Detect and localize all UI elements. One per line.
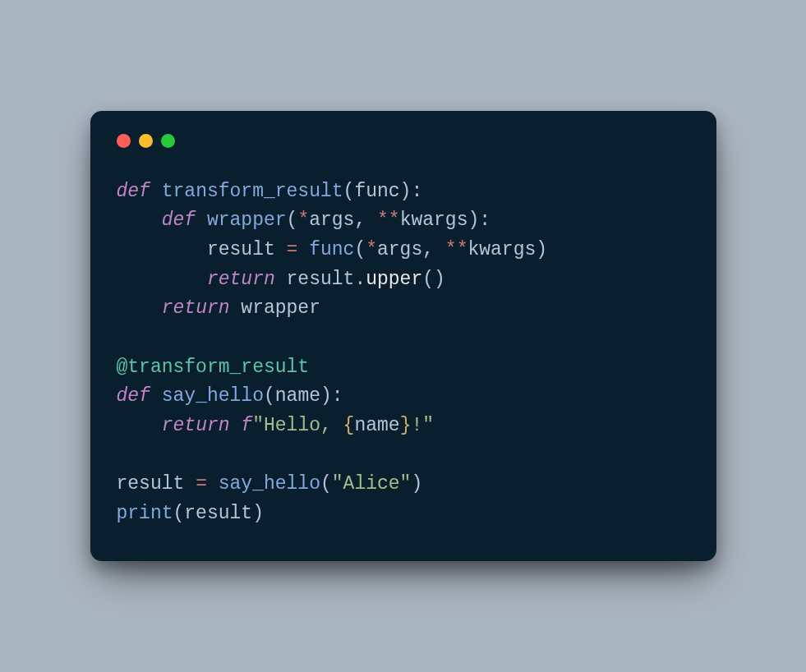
code-token: (result) bbox=[173, 503, 264, 524]
code-token: * bbox=[366, 239, 377, 260]
code-token: func bbox=[309, 239, 354, 260]
code-token: return bbox=[162, 415, 230, 436]
code-token: { bbox=[343, 415, 355, 436]
code-token: ): bbox=[320, 385, 343, 407]
code-token: "Hello, bbox=[252, 415, 343, 436]
code-token: ** bbox=[377, 209, 400, 231]
code-token: , bbox=[354, 209, 377, 231]
code-token: * bbox=[297, 209, 309, 231]
code-token: wrapper bbox=[207, 209, 287, 231]
code-token: , bbox=[422, 239, 445, 260]
code-token: ( bbox=[354, 239, 366, 260]
code-token: ) bbox=[411, 473, 422, 495]
code-token: wrapper bbox=[230, 297, 320, 319]
code-token: !" bbox=[411, 415, 434, 436]
code-token: name bbox=[354, 415, 399, 436]
code-token: args bbox=[309, 209, 354, 231]
maximize-icon[interactable] bbox=[161, 134, 175, 148]
code-token: kwargs bbox=[467, 239, 536, 260]
code-token: kwargs bbox=[400, 209, 468, 231]
code-content: def transform_result(func): def wrapper(… bbox=[117, 177, 690, 529]
code-token: @transform_result bbox=[117, 357, 310, 378]
code-token: args bbox=[377, 239, 422, 260]
code-token: result bbox=[117, 239, 287, 260]
code-token: def bbox=[162, 209, 196, 231]
code-token: result bbox=[275, 269, 355, 290]
code-token bbox=[207, 473, 219, 495]
code-token: ( bbox=[287, 209, 298, 231]
code-token: say_hello bbox=[219, 473, 320, 495]
code-token: . bbox=[354, 269, 366, 290]
code-token: ** bbox=[445, 239, 468, 260]
code-token: print bbox=[117, 503, 173, 524]
code-token: result bbox=[117, 473, 196, 495]
code-token: return bbox=[162, 297, 230, 319]
close-icon[interactable] bbox=[117, 134, 131, 148]
code-token bbox=[117, 297, 162, 319]
code-token: ( bbox=[320, 473, 332, 495]
traffic-lights bbox=[117, 134, 690, 148]
code-token: transform_result bbox=[162, 181, 343, 202]
code-token bbox=[117, 269, 207, 290]
code-token: ( bbox=[264, 385, 275, 407]
code-token: say_hello bbox=[162, 385, 264, 407]
code-token bbox=[117, 415, 162, 436]
code-token: func bbox=[354, 181, 399, 202]
code-token: def bbox=[117, 181, 150, 202]
code-token: ) bbox=[536, 239, 547, 260]
code-token bbox=[196, 209, 207, 231]
code-token: = bbox=[196, 473, 207, 495]
code-token: "Alice" bbox=[332, 473, 412, 495]
code-token: = bbox=[287, 239, 298, 260]
code-token: def bbox=[117, 385, 150, 407]
code-token: ): bbox=[400, 181, 423, 202]
code-token: f bbox=[241, 415, 252, 436]
code-token: ): bbox=[467, 209, 491, 231]
code-token: } bbox=[400, 415, 412, 436]
code-token bbox=[230, 415, 242, 436]
code-window: def transform_result(func): def wrapper(… bbox=[90, 111, 716, 562]
code-token: ( bbox=[343, 181, 355, 202]
code-token bbox=[150, 385, 162, 407]
code-token bbox=[297, 239, 309, 260]
code-token: () bbox=[422, 269, 445, 290]
code-token bbox=[117, 209, 162, 231]
code-token: name bbox=[275, 385, 320, 407]
minimize-icon[interactable] bbox=[139, 134, 153, 148]
code-token: upper bbox=[366, 269, 422, 290]
code-token bbox=[150, 181, 162, 202]
code-token: return bbox=[207, 269, 275, 290]
